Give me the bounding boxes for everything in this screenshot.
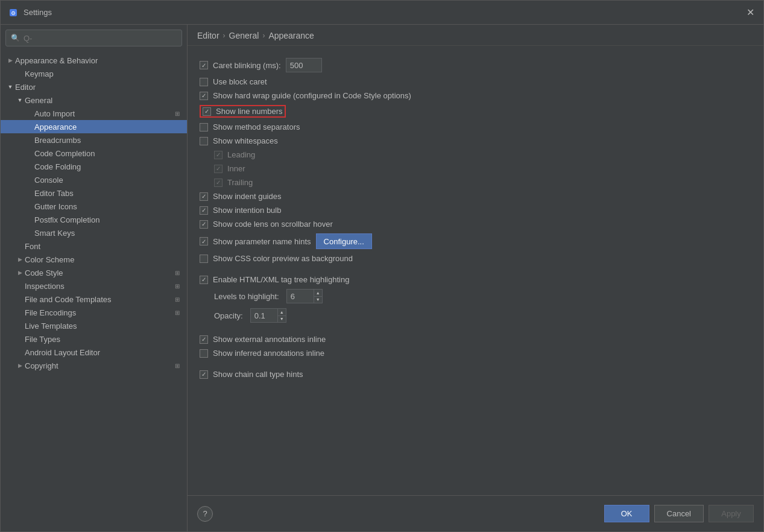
tree-arrow-code-folding — [25, 162, 34, 171]
sidebar-item-copyright[interactable]: ▶ Copyright ⊞ — [1, 359, 187, 372]
sidebar-item-auto-import[interactable]: Auto Import ⊞ — [1, 107, 187, 120]
show-line-numbers-highlight: Show line numbers — [200, 105, 286, 118]
show-css-color-checkbox-wrap[interactable]: Show CSS color preview as background — [200, 254, 353, 263]
show-line-numbers-label: Show line numbers — [216, 107, 283, 116]
enable-html-xml-checkbox-wrap[interactable]: Enable HTML/XML tag tree highlighting — [200, 275, 349, 284]
search-input[interactable] — [24, 34, 177, 43]
sidebar-item-code-completion[interactable]: Code Completion — [1, 147, 187, 160]
show-indent-guides-checkbox-wrap[interactable]: Show indent guides — [200, 192, 281, 201]
show-parameter-hints-checkbox[interactable] — [200, 237, 208, 245]
sidebar-label-auto-import: Auto Import — [34, 109, 172, 118]
tree-arrow-file-code-templates — [15, 294, 25, 304]
sidebar-label-code-completion: Code Completion — [34, 149, 187, 158]
use-block-caret-checkbox[interactable] — [200, 78, 208, 86]
show-method-separators-checkbox[interactable] — [200, 123, 208, 131]
show-parameter-hints-checkbox-wrap[interactable]: Show parameter name hints — [200, 237, 311, 246]
sidebar-item-file-types[interactable]: File Types — [1, 332, 187, 346]
show-inferred-annotations-checkbox-wrap[interactable]: Show inferred annotations inline — [200, 349, 324, 358]
show-whitespaces-checkbox[interactable] — [200, 137, 208, 145]
trailing-label: Trailing — [227, 178, 253, 187]
help-button[interactable]: ? — [197, 506, 213, 522]
show-inferred-annotations-checkbox[interactable] — [200, 349, 208, 358]
show-external-annotations-checkbox[interactable] — [200, 335, 208, 344]
show-method-separators-row: Show method separators — [200, 120, 751, 134]
show-code-lens-row: Show code lens on scrollbar hover — [200, 217, 751, 231]
sidebar-item-editor[interactable]: ▼ Editor — [1, 80, 187, 93]
inner-checkbox-wrap[interactable]: Inner — [214, 164, 245, 173]
tree-arrow-editor-tabs — [25, 188, 34, 198]
ok-button[interactable]: OK — [604, 505, 649, 522]
sidebar-item-file-code-templates[interactable]: File and Code Templates ⊞ — [1, 293, 187, 306]
tree-arrow-file-types — [15, 334, 25, 344]
show-code-lens-checkbox[interactable] — [200, 220, 208, 229]
sidebar-label-color-scheme: Color Scheme — [25, 255, 187, 264]
show-indent-guides-checkbox[interactable] — [200, 192, 208, 201]
sidebar-item-font[interactable]: Font — [1, 239, 187, 253]
sidebar-item-color-scheme[interactable]: ▶ Color Scheme — [1, 253, 187, 266]
leading-checkbox-wrap[interactable]: Leading — [214, 150, 255, 159]
apply-button[interactable]: Apply — [709, 505, 754, 522]
sidebar-item-file-encodings[interactable]: File Encodings ⊞ — [1, 306, 187, 319]
opacity-input[interactable] — [250, 308, 277, 323]
show-external-annotations-checkbox-wrap[interactable]: Show external annotations inline — [200, 335, 326, 344]
show-intention-bulb-checkbox[interactable] — [200, 206, 208, 215]
sidebar-item-live-templates[interactable]: Live Templates — [1, 319, 187, 332]
tree-arrow-appearance — [25, 122, 34, 131]
levels-to-highlight-row: Levels to highlight: ▲ ▼ — [200, 287, 751, 306]
sidebar-item-postfix-completion[interactable]: Postfix Completion — [1, 213, 187, 226]
show-line-numbers-checkbox[interactable] — [203, 107, 211, 116]
sidebar-item-code-folding[interactable]: Code Folding — [1, 160, 187, 173]
levels-input[interactable] — [286, 289, 314, 303]
opacity-decrement-button[interactable]: ▼ — [278, 316, 286, 323]
trailing-checkbox-wrap[interactable]: Trailing — [214, 178, 253, 187]
sidebar-item-appearance[interactable]: Appearance — [1, 120, 187, 133]
show-parameter-hints-label: Show parameter name hints — [213, 237, 311, 246]
show-whitespaces-checkbox-wrap[interactable]: Show whitespaces — [200, 136, 278, 145]
trailing-checkbox[interactable] — [214, 179, 223, 187]
sidebar-label-editor: Editor — [15, 83, 187, 92]
sidebar-label-appearance-behavior: Appearance & Behavior — [15, 56, 187, 65]
sidebar-item-editor-tabs[interactable]: Editor Tabs — [1, 186, 187, 200]
sidebar-item-code-style[interactable]: ▶ Code Style ⊞ — [1, 266, 187, 279]
inner-checkbox[interactable] — [214, 165, 223, 173]
sidebar-item-inspections[interactable]: Inspections ⊞ — [1, 279, 187, 293]
levels-decrement-button[interactable]: ▼ — [314, 297, 322, 303]
show-hard-wrap-checkbox-wrap[interactable]: Show hard wrap guide (configured in Code… — [200, 91, 411, 100]
configure-button[interactable]: Configure... — [316, 233, 372, 249]
opacity-increment-button[interactable]: ▲ — [278, 309, 286, 316]
sidebar-item-appearance-behavior[interactable]: ▶ Appearance & Behavior — [1, 54, 187, 67]
enable-html-xml-checkbox[interactable] — [200, 276, 208, 284]
breadcrumb-sep-2: › — [262, 31, 265, 40]
show-code-lens-checkbox-wrap[interactable]: Show code lens on scrollbar hover — [200, 220, 333, 229]
show-method-separators-checkbox-wrap[interactable]: Show method separators — [200, 122, 300, 131]
sidebar-item-breadcrumbs[interactable]: Breadcrumbs — [1, 133, 187, 147]
levels-increment-button[interactable]: ▲ — [314, 290, 322, 297]
show-whitespaces-label: Show whitespaces — [213, 136, 278, 145]
show-hard-wrap-checkbox[interactable] — [200, 92, 208, 100]
caret-blinking-checkbox-wrap[interactable]: Caret blinking (ms): — [200, 61, 281, 70]
show-external-annotations-row: Show external annotations inline — [200, 332, 751, 346]
show-line-numbers-checkbox-wrap[interactable]: Show line numbers — [203, 107, 283, 116]
close-button[interactable]: ✕ — [744, 7, 756, 19]
show-css-color-checkbox[interactable] — [200, 255, 208, 263]
enable-html-xml-label: Enable HTML/XML tag tree highlighting — [213, 275, 349, 284]
leading-row: Leading — [200, 148, 751, 162]
show-chain-call-checkbox[interactable] — [200, 370, 208, 379]
use-block-caret-checkbox-wrap[interactable]: Use block caret — [200, 77, 267, 86]
search-box[interactable]: 🔍 — [5, 30, 182, 46]
sidebar-item-console[interactable]: Console — [1, 173, 187, 186]
caret-blinking-input[interactable] — [286, 58, 322, 72]
sidebar-label-file-types: File Types — [25, 335, 187, 344]
sidebar-label-console: Console — [34, 176, 187, 185]
leading-checkbox[interactable] — [214, 151, 223, 159]
sidebar-item-keymap[interactable]: Keymap — [1, 67, 187, 80]
show-chain-call-checkbox-wrap[interactable]: Show chain call type hints — [200, 370, 303, 379]
caret-blinking-checkbox[interactable] — [200, 61, 208, 69]
sidebar-item-general[interactable]: ▼ General — [1, 93, 187, 107]
sidebar-item-gutter-icons[interactable]: Gutter Icons — [1, 200, 187, 213]
sidebar-item-smart-keys[interactable]: Smart Keys — [1, 226, 187, 239]
cancel-button[interactable]: Cancel — [654, 505, 704, 522]
show-intention-bulb-checkbox-wrap[interactable]: Show intention bulb — [200, 206, 281, 215]
levels-label: Levels to highlight: — [214, 292, 279, 301]
sidebar-item-android-layout-editor[interactable]: Android Layout Editor — [1, 346, 187, 359]
